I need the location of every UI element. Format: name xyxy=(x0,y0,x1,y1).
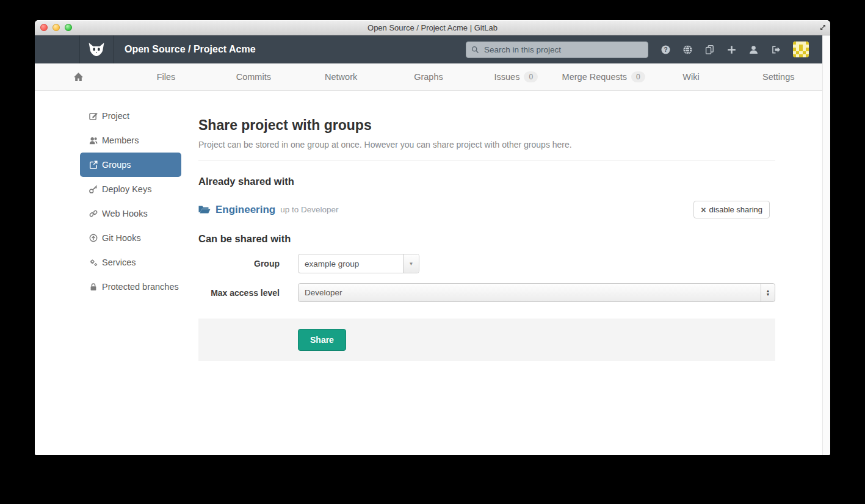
sidebar-item-label: Groups xyxy=(102,160,131,170)
key-icon xyxy=(89,185,98,193)
shared-group-row: Engineering up to Developer × disable sh… xyxy=(198,201,775,218)
tab-settings[interactable]: Settings xyxy=(735,63,822,90)
tab-commits[interactable]: Commits xyxy=(210,63,297,90)
search-icon xyxy=(471,46,479,54)
app-header: Open Source / Project Acme ? xyxy=(35,35,822,63)
help-icon[interactable]: ? xyxy=(661,45,670,54)
window-titlebar: Open Source / Project Acme | GitLab xyxy=(35,20,830,35)
share-button[interactable]: Share xyxy=(298,329,346,351)
max-access-select-value: Developer xyxy=(299,288,761,297)
page-title: Share project with groups xyxy=(198,117,775,134)
sidebar-item-web-hooks[interactable]: Web Hooks xyxy=(80,201,181,226)
disable-sharing-label: disable sharing xyxy=(709,205,762,214)
tab-label: Settings xyxy=(762,72,794,82)
project-navbar: Files Commits Network Graphs Issues 0 Me… xyxy=(35,63,822,91)
sidebar-item-members[interactable]: Members xyxy=(80,128,181,153)
merge-requests-count-badge: 0 xyxy=(631,71,645,82)
sidebar-item-protected-branches[interactable]: Protected branches xyxy=(80,275,181,299)
group-form-row: Group example group ▼ xyxy=(198,254,775,273)
arrow-circle-up-icon xyxy=(89,234,98,242)
share-square-icon xyxy=(89,160,98,169)
tab-label: Merge Requests xyxy=(562,72,627,82)
sidebar-item-groups[interactable]: Groups xyxy=(80,153,181,177)
sidebar-item-label: Services xyxy=(102,257,136,267)
profile-user-icon[interactable] xyxy=(749,45,758,54)
minimize-window-button[interactable] xyxy=(52,24,60,31)
can-be-shared-heading: Can be shared with xyxy=(198,233,775,245)
tab-label: Files xyxy=(157,72,176,82)
tab-issues[interactable]: Issues 0 xyxy=(472,63,560,90)
group-select-value: example group xyxy=(299,259,403,268)
close-window-button[interactable] xyxy=(40,24,48,31)
user-avatar[interactable] xyxy=(793,41,809,57)
remove-icon: × xyxy=(701,207,706,213)
group-select[interactable]: example group ▼ xyxy=(298,254,419,273)
search-box[interactable] xyxy=(466,41,648,58)
copy-snippets-icon[interactable] xyxy=(705,45,714,54)
tab-home[interactable] xyxy=(35,63,122,90)
sidebar-item-deploy-keys[interactable]: Deploy Keys xyxy=(80,177,181,201)
globe-icon[interactable] xyxy=(683,45,692,54)
spinner-down-icon: ▼ xyxy=(766,293,770,297)
gitlab-logo[interactable] xyxy=(80,35,114,63)
select-spinner-icon[interactable]: ▲ ▼ xyxy=(761,284,775,301)
divider xyxy=(198,160,775,161)
zoom-window-button[interactable] xyxy=(65,24,72,31)
sidebar-item-git-hooks[interactable]: Git Hooks xyxy=(80,226,181,250)
settings-content: Project Members Groups xyxy=(35,91,822,361)
home-icon xyxy=(73,72,84,82)
group-select-arrow[interactable]: ▼ xyxy=(403,254,419,273)
max-access-form-row: Max access level Developer ▲ ▼ xyxy=(198,283,775,302)
tab-label: Commits xyxy=(236,72,271,82)
project-breadcrumb: Open Source / Project Acme xyxy=(125,44,256,55)
window-title: Open Source / Project Acme | GitLab xyxy=(35,23,830,32)
search-input[interactable] xyxy=(483,45,643,55)
sidebar-item-label: Members xyxy=(102,135,139,145)
tab-label: Wiki xyxy=(682,72,699,82)
sidebar-item-services[interactable]: Services xyxy=(80,250,181,275)
page-description: Project can be stored in one group at on… xyxy=(198,140,775,149)
max-access-label: Max access level xyxy=(198,288,280,298)
gitlab-app: Open Source / Project Acme ? xyxy=(35,35,822,455)
tab-wiki[interactable]: Wiki xyxy=(647,63,734,90)
sidebar-item-label: Git Hooks xyxy=(102,233,141,243)
sidebar-item-label: Deploy Keys xyxy=(102,184,151,194)
sidebar-item-project[interactable]: Project xyxy=(80,104,181,128)
tab-network[interactable]: Network xyxy=(297,63,385,90)
tab-label: Issues xyxy=(494,72,520,82)
link-icon xyxy=(89,209,98,218)
header-left-spacer xyxy=(35,35,80,63)
tab-label: Network xyxy=(325,72,357,82)
max-access-select[interactable]: Developer ▲ ▼ xyxy=(298,283,775,302)
share-project-panel: Share project with groups Project can be… xyxy=(198,104,775,361)
scrollbar-track[interactable] xyxy=(822,35,830,455)
sidebar-item-label: Project xyxy=(102,111,129,121)
tab-label: Graphs xyxy=(414,72,443,82)
already-shared-heading: Already shared with xyxy=(198,176,775,187)
settings-sidebar: Project Members Groups xyxy=(80,104,181,361)
chevron-down-icon: ▼ xyxy=(409,261,414,267)
gears-icon xyxy=(89,258,98,267)
window-controls xyxy=(40,24,72,31)
tab-merge-requests[interactable]: Merge Requests 0 xyxy=(560,63,647,90)
gitlab-logo-icon xyxy=(87,42,106,57)
tab-files[interactable]: Files xyxy=(122,63,209,90)
folder-open-icon xyxy=(198,205,211,215)
sidebar-item-label: Protected branches xyxy=(102,282,179,292)
sign-out-icon[interactable] xyxy=(771,45,780,54)
header-actions: ? xyxy=(466,41,822,58)
lock-icon xyxy=(89,283,98,291)
tab-graphs[interactable]: Graphs xyxy=(385,63,472,90)
mac-window: Open Source / Project Acme | GitLab xyxy=(35,20,830,455)
disable-sharing-button[interactable]: × disable sharing xyxy=(693,201,770,218)
group-label: Group xyxy=(198,259,280,268)
sidebar-item-label: Web Hooks xyxy=(102,209,148,218)
form-actions: Share xyxy=(198,319,775,361)
users-icon xyxy=(89,136,98,145)
help-glyph: ? xyxy=(664,46,667,53)
resize-icon[interactable] xyxy=(819,23,827,32)
new-project-plus-icon[interactable] xyxy=(727,45,736,54)
shared-group-link[interactable]: Engineering xyxy=(215,204,275,216)
pencil-square-icon xyxy=(89,112,98,120)
issues-count-badge: 0 xyxy=(524,71,538,82)
